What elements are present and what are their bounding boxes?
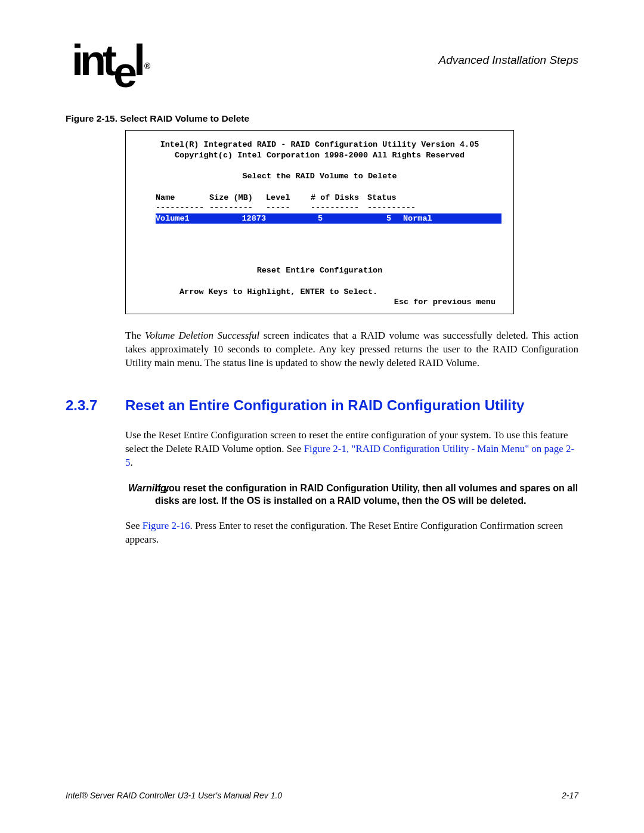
intel-logo: intel®	[72, 36, 150, 85]
section-number: 2.3.7	[66, 397, 125, 414]
section-heading: 2.3.7 Reset an Entire Configuration in R…	[66, 397, 578, 414]
reset-config-line: Reset Entire Configuration	[138, 265, 501, 276]
warning-block: Warning:If you reset the configuration i…	[95, 482, 578, 507]
utility-title-line: Intel(R) Integrated RAID - RAID Configur…	[138, 140, 501, 150]
warning-text: If you reset the configuration in RAID C…	[155, 483, 578, 506]
warning-label: Warning:	[128, 482, 155, 495]
prompt-line: Select the RAID Volume to Delete	[138, 171, 501, 182]
raid-utility-screenshot: Intel(R) Integrated RAID - RAID Configur…	[125, 130, 514, 314]
see-figure-paragraph: See Figure 2-16. Press Enter to reset th…	[125, 519, 578, 547]
cell-disks: 5	[335, 213, 403, 224]
col-status: Status	[367, 193, 427, 203]
chapter-title: Advanced Installation Steps	[439, 54, 579, 67]
section-intro-paragraph: Use the Reset Entire Configuration scree…	[125, 429, 578, 470]
col-level: Level	[266, 193, 311, 203]
table-header-row: Name Size (MB) Level # of Disks Status	[156, 193, 501, 203]
footer-left: Intel® Server RAID Controller U3-1 User'…	[66, 791, 282, 800]
esc-hint-line: Esc for previous menu	[138, 297, 501, 308]
figure-caption: Figure 2-15. Select RAID Volume to Delet…	[66, 113, 578, 124]
selected-volume-row: Volume1 12873 5 5 Normal	[156, 213, 501, 224]
nav-hint-line: Arrow Keys to Highlight, ENTER to Select…	[138, 287, 501, 298]
col-name: Name	[156, 193, 209, 203]
page-footer: Intel® Server RAID Controller U3-1 User'…	[66, 791, 578, 800]
cell-level: 5	[278, 213, 335, 224]
page-number: 2-17	[562, 791, 578, 800]
paragraph-after-figure: The Volume Deletion Successful screen in…	[125, 329, 578, 370]
section-title: Reset an Entire Configuration in RAID Co…	[125, 397, 524, 414]
col-disks: # of Disks	[311, 193, 367, 203]
cell-name: Volume1	[156, 213, 209, 224]
separator-row: ---------- --------- ----- ---------- --…	[156, 203, 501, 213]
figure-link-2[interactable]: Figure 2-16	[143, 520, 190, 531]
col-size: Size (MB)	[209, 193, 266, 203]
cell-status: Normal	[403, 213, 463, 224]
copyright-line: Copyright(c) Intel Corporation 1998-2000…	[138, 150, 501, 161]
cell-size: 12873	[209, 213, 278, 224]
